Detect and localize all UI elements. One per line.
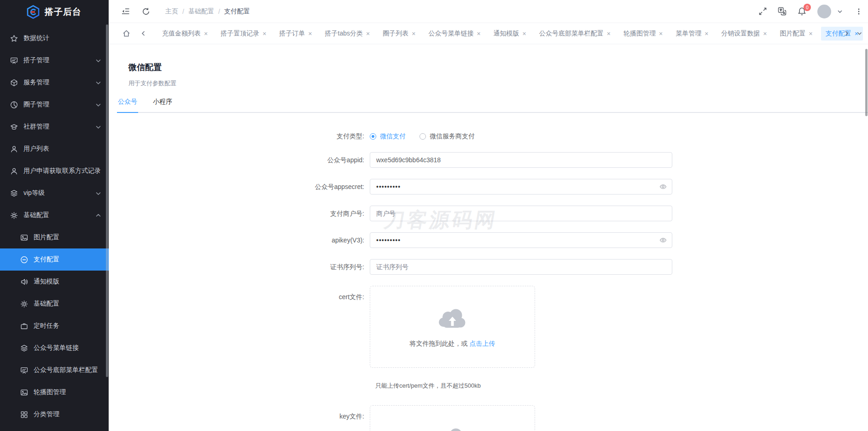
apikey-input[interactable] — [370, 232, 672, 248]
cert-file-dropzone[interactable]: 将文件拖到此处，或 点击上传 — [370, 286, 535, 368]
close-tab-icon[interactable]: × — [659, 30, 663, 37]
sidebar-item-圈子管理[interactable]: 圈子管理 — [0, 94, 109, 116]
board-icon — [20, 366, 28, 374]
collapse-sidebar-icon[interactable] — [121, 7, 130, 16]
briefcase-icon — [20, 322, 28, 330]
open-tab-搭子订单[interactable]: 搭子订单× — [274, 27, 316, 41]
open-tab-分销设置数据[interactable]: 分销设置数据× — [717, 27, 771, 41]
breadcrumb-item[interactable]: 主页 — [165, 7, 178, 16]
sidebar-item-label: 轮播图管理 — [34, 388, 66, 396]
refresh-icon[interactable] — [142, 7, 150, 16]
upload-cloud-icon — [437, 307, 468, 330]
sidebar-item-公众号菜单链接[interactable]: 公众号菜单链接 — [0, 337, 109, 359]
sidebar-item-数据统计[interactable]: 数据统计 — [0, 27, 109, 49]
cert-file-label: cert文件: — [213, 286, 370, 368]
close-tab-icon[interactable]: × — [262, 30, 266, 37]
close-tab-icon[interactable]: × — [523, 30, 526, 37]
sidebar-item-基础配置[interactable]: 基础配置 — [0, 204, 109, 226]
appsecret-label: 公众号appsecret: — [213, 179, 370, 195]
sidebar-item-分类管理[interactable]: 分类管理 — [0, 403, 109, 425]
main-content: 微信配置 用于支付参数配置 公众号小程序 支付类型: 微信支付微信服务商支付 公… — [109, 44, 868, 431]
chevron-down-icon[interactable] — [837, 8, 843, 15]
app-title: 搭子后台 — [45, 6, 82, 18]
open-tab-搭子tabs分类[interactable]: 搭子tabs分类× — [320, 27, 375, 41]
radio-微信服务商支付[interactable]: 微信服务商支付 — [419, 132, 475, 141]
sidebar-item-支付配置[interactable]: 支付配置 — [0, 248, 109, 271]
open-tab-图片配置[interactable]: 图片配置× — [775, 27, 817, 41]
close-tab-icon[interactable]: × — [366, 30, 370, 37]
sidebar-item-label: 公众号底部菜单栏配置 — [34, 366, 98, 374]
close-tab-icon[interactable]: × — [477, 30, 480, 37]
breadcrumb-item[interactable]: 基础配置 — [188, 7, 214, 16]
close-tab-icon[interactable]: × — [204, 30, 208, 37]
sidebar-item-服务管理[interactable]: 服务管理 — [0, 71, 109, 94]
section-tab-小程序[interactable]: 小程序 — [152, 98, 173, 112]
sidebar-item-图片配置[interactable]: 图片配置 — [0, 226, 109, 248]
pay-type-row: 支付类型: 微信支付微信服务商支付 — [213, 131, 868, 141]
close-tab-icon[interactable]: × — [412, 30, 415, 37]
sidebar-item-社群管理[interactable]: 社群管理 — [0, 116, 109, 138]
sidebar-item-用户申请获取联系方式记录[interactable]: 用户申请获取联系方式记录 — [0, 160, 109, 182]
sidebar-item-公众号底部菜单栏配置[interactable]: 公众号底部菜单栏配置 — [0, 359, 109, 381]
open-tab-公众号底部菜单栏配置[interactable]: 公众号底部菜单栏配置× — [535, 27, 615, 41]
appsecret-input[interactable] — [370, 179, 672, 195]
sidebar-item-用户列表[interactable]: 用户列表 — [0, 138, 109, 160]
top-header: 主页/基础配置/支付配置 0 — [109, 0, 868, 23]
show-password-icon[interactable] — [659, 183, 667, 192]
open-tab-圈子列表[interactable]: 圈子列表× — [378, 27, 420, 41]
sidebar-item-label: 社群管理 — [23, 123, 49, 131]
sidebar-item-vip等级[interactable]: vip等级 — [0, 182, 109, 204]
cert-file-hint: 只能上传cert/pem文件，且不超过500kb — [375, 382, 868, 390]
sidebar-item-轮播图管理[interactable]: 轮播图管理 — [0, 381, 109, 403]
close-tab-icon[interactable]: × — [763, 30, 767, 37]
sidebar-item-定时任务[interactable]: 定时任务 — [0, 315, 109, 337]
image-icon — [20, 389, 28, 396]
sidebar-item-label: 用户列表 — [23, 145, 49, 153]
fullscreen-icon[interactable] — [759, 7, 767, 15]
page-scrollbar[interactable] — [865, 49, 868, 116]
language-icon[interactable] — [778, 7, 786, 16]
tabs-scroll-right-icon[interactable] — [844, 30, 850, 36]
open-tab-公众号菜单链接[interactable]: 公众号菜单链接× — [424, 27, 485, 41]
sidebar-item-基础配置[interactable]: 基础配置 — [0, 293, 109, 315]
sidebar-item-搭子管理[interactable]: 搭子管理 — [0, 49, 109, 71]
click-upload-link[interactable]: 点击上传 — [469, 340, 495, 347]
open-tab-菜单管理[interactable]: 菜单管理× — [671, 27, 713, 41]
tab-label: 通知模版 — [494, 30, 519, 38]
appid-input[interactable] — [370, 152, 672, 168]
show-password-icon[interactable] — [659, 236, 667, 246]
sidebar-item-label: 基础配置 — [34, 300, 59, 308]
open-tab-搭子置顶记录[interactable]: 搭子置顶记录× — [216, 27, 271, 41]
sidebar-item-label: 圈子管理 — [23, 100, 49, 109]
cert-serial-input[interactable] — [370, 259, 672, 275]
page-subtitle: 用于支付参数配置 — [128, 79, 868, 88]
tabs-scroll-left-icon[interactable] — [140, 30, 146, 36]
close-tab-icon[interactable]: × — [705, 30, 708, 37]
home-tab-icon[interactable] — [122, 30, 130, 37]
close-tab-icon[interactable]: × — [809, 30, 813, 37]
close-tab-icon[interactable]: × — [308, 30, 312, 37]
avatar[interactable] — [817, 5, 831, 18]
open-tab-轮播图管理[interactable]: 轮播图管理× — [619, 27, 667, 41]
close-tab-icon[interactable]: × — [607, 30, 611, 37]
radio-微信支付[interactable]: 微信支付 — [370, 132, 406, 141]
sidebar-item-通知模版[interactable]: 通知模版 — [0, 271, 109, 293]
appsecret-row: 公众号appsecret: — [213, 179, 868, 195]
app-logo[interactable]: 搭子后台 — [0, 0, 109, 24]
more-options-icon[interactable] — [855, 8, 862, 15]
open-tab-通知模版[interactable]: 通知模版× — [489, 27, 531, 41]
key-file-dropzone[interactable]: 将文件拖到此处，或 点击上传 — [370, 405, 535, 431]
header-actions: 0 — [759, 5, 868, 18]
notifications[interactable]: 0 — [798, 7, 806, 16]
breadcrumb-item[interactable]: 支付配置 — [224, 7, 250, 16]
key-file-row: key文件: 将文件拖到此处，或 — [213, 405, 868, 431]
breadcrumb: 主页/基础配置/支付配置 — [165, 7, 250, 16]
section-tab-公众号[interactable]: 公众号 — [117, 98, 138, 112]
sidebar-scrollbar[interactable] — [106, 24, 108, 377]
open-tab-充值金额列表[interactable]: 充值金额列表× — [157, 27, 212, 41]
radio-circle — [370, 133, 376, 140]
tabs-dropdown-icon[interactable] — [856, 30, 862, 36]
pay-type-label: 支付类型: — [213, 131, 370, 141]
sidebar-item-label: 定时任务 — [34, 322, 59, 330]
merchant-input[interactable] — [370, 206, 672, 221]
